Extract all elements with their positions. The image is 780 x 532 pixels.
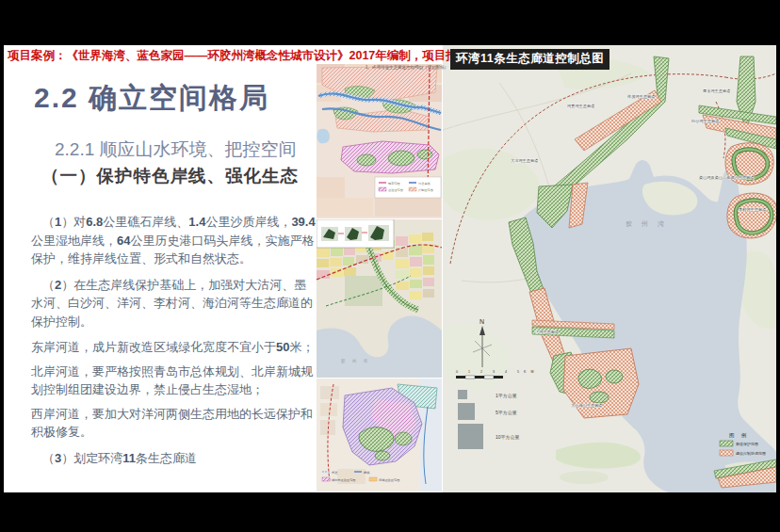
presentation-screen: 项目案例：《世界海湾、蓝色家园——环胶州湾概念性城市设计》2017年编制，项目指… xyxy=(0,0,780,532)
svg-text:图 例: 图 例 xyxy=(729,432,750,439)
corridor-label: 洋河生态廊道 xyxy=(535,330,559,334)
svg-text:10平方公里: 10平方公里 xyxy=(496,434,520,441)
svg-text:绿线: 绿线 xyxy=(363,471,370,475)
small-map-landuse-plan: 胶 州 湾 xyxy=(317,219,442,378)
bay-name-label: 胶 州 湾 xyxy=(626,220,668,228)
mapA-legend: 规划范围 河道蓝线 改造区范围 控制区范围 xyxy=(375,177,441,198)
mapB-bay-label: 胶 州 湾 xyxy=(341,358,370,364)
paragraph-6: （3）划定环湾11条生态廊道 xyxy=(31,449,316,468)
body-text-column: （1）对6.8公里礁石岸线、1.4公里沙质岸线，39.4公里湿地岸线，64公里历… xyxy=(31,213,316,475)
mapB-3d-inset-panel xyxy=(317,219,394,248)
letterbox-bottom xyxy=(0,492,780,532)
svg-text:N: N xyxy=(479,318,484,325)
svg-text:旧城改造区范围: 旧城改造区范围 xyxy=(379,478,399,482)
legend-green-swatch xyxy=(720,441,733,446)
svg-text:5平方公里: 5平方公里 xyxy=(496,410,517,416)
legend-red-swatch xyxy=(720,450,733,456)
svg-text:廊道保护范围: 廊道保护范围 xyxy=(736,442,758,446)
section-subtitle: 2.2.1 顺应山水环境、把控空间 xyxy=(55,137,297,162)
small-map-caption: 1、环湾河道生态廊道控制规划（规划图纸） xyxy=(366,66,448,71)
corridor-label: 大小珠山生态廊道 xyxy=(571,403,603,408)
paragraph-1: （1）对6.8公里礁石岸线、1.4公里沙质岸线，39.4公里湿地岸线，64公里历… xyxy=(31,213,316,268)
svg-text:控制区范围: 控制区范围 xyxy=(418,188,433,192)
svg-text:街道: 街道 xyxy=(332,471,337,475)
letterbox-right xyxy=(776,0,780,532)
svg-text:改造区范围: 改造区范围 xyxy=(388,188,403,192)
letterbox-top xyxy=(0,0,780,45)
corridor-master-map: 河套河生态廊道 祥茂河生态廊道 墨水河生态廊道 白沙河生态廊道 大沽河生态廊道 … xyxy=(443,45,776,492)
corridor-label: 河套河生态廊道 xyxy=(567,104,594,108)
corridor-label: 娄山河及娄山—老虎山生态廊道 xyxy=(699,175,755,180)
svg-text:0 1 2 3 4 5KM: 0 1 2 3 4 5KM xyxy=(456,370,538,374)
corridor-label: 大沽河生态廊道 xyxy=(511,158,538,163)
corridor-label: 墨水河生态廊道 xyxy=(703,89,730,93)
small-map-river-zoning: 规划范围 河道蓝线 改造区范围 控制区范围 xyxy=(317,64,442,218)
sub-section-heading: （一）保护特色岸线、强化生态 xyxy=(41,164,299,187)
map-title-badge: 环湾11条生态廊道控制总图 xyxy=(450,49,609,70)
corridor-label: 白沙河生态廊道 xyxy=(691,119,719,123)
svg-text:河道蓝线: 河道蓝线 xyxy=(418,182,431,185)
paragraph-3: 东岸河道，成片新改造区域绿化宽度不宜小于50米； xyxy=(31,338,316,357)
svg-text:1平方公里: 1平方公里 xyxy=(496,393,517,399)
svg-text:规划范围: 规划范围 xyxy=(388,181,400,185)
svg-text:城中村改造区范围: 城中村改造区范围 xyxy=(331,478,356,482)
corridor-label: 祥茂河生态廊道 xyxy=(626,94,655,99)
paragraph-4: 北岸河道，要严格按照青岛市总体规划、北岸新城规划控制组团建设边界，禁止侵占生态湿… xyxy=(31,363,316,399)
paragraph-2: （2）在生态岸线保护基础上，加强对大沽河、墨水河、白沙河、洋河、李村河、海泊河等… xyxy=(31,276,316,331)
page-title: 2.2 确立空间格局 xyxy=(34,79,269,118)
project-caption: 项目案例：《世界海湾、蓝色家园——环胶州湾概念性城市设计》2017年编制，项目指… xyxy=(8,48,497,64)
letterbox-left xyxy=(0,0,4,532)
mapA-lake xyxy=(317,129,330,143)
paragraph-5: 西岸河道，要加大对洋河两侧生态用地的长远保护和积极修复。 xyxy=(31,405,316,442)
small-map-renewal-plan: 街道 绿线 城中村改造区范围 旧城改造区范围 xyxy=(317,379,442,492)
